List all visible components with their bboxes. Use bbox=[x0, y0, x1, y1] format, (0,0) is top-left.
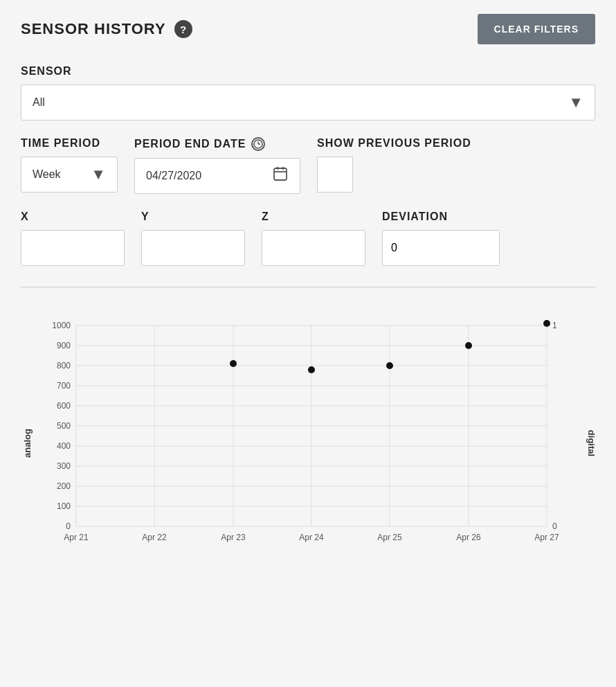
x-label: X bbox=[21, 211, 125, 223]
svg-text:0: 0 bbox=[66, 521, 71, 531]
deviation-input[interactable] bbox=[382, 230, 500, 266]
x-input[interactable] bbox=[21, 230, 125, 266]
clear-filters-button[interactable]: CLEAR FILTERS bbox=[478, 14, 595, 44]
svg-text:Apr 25: Apr 25 bbox=[377, 533, 402, 542]
deviation-label: DEVIATION bbox=[382, 211, 500, 223]
svg-rect-3 bbox=[274, 168, 287, 180]
svg-text:Apr 21: Apr 21 bbox=[64, 533, 89, 542]
show-previous-checkbox[interactable] bbox=[317, 157, 353, 193]
sensor-select[interactable]: All ▼ bbox=[21, 84, 595, 121]
svg-text:800: 800 bbox=[57, 361, 71, 371]
svg-text:1: 1 bbox=[552, 321, 557, 330]
z-input[interactable] bbox=[262, 230, 365, 266]
period-end-label-text: PERIOD END DATE bbox=[134, 138, 246, 150]
data-point-apr26 bbox=[465, 342, 472, 349]
show-previous-period-group: SHOW PREVIOUS PERIOD bbox=[317, 137, 471, 193]
svg-text:Apr 22: Apr 22 bbox=[142, 533, 167, 542]
period-end-label-row: PERIOD END DATE bbox=[134, 137, 300, 151]
time-period-group: TIME PERIOD Week ▼ bbox=[21, 137, 118, 193]
svg-text:analog: analog bbox=[22, 429, 33, 458]
data-point-apr24 bbox=[308, 366, 315, 373]
svg-text:400: 400 bbox=[57, 441, 71, 451]
page-header: SENSOR HISTORY ? CLEAR FILTERS bbox=[21, 14, 595, 44]
svg-text:1000: 1000 bbox=[52, 321, 71, 330]
time-period-label: TIME PERIOD bbox=[21, 137, 118, 150]
date-value: 04/27/2020 bbox=[146, 170, 264, 182]
svg-text:Apr 27: Apr 27 bbox=[534, 533, 559, 542]
svg-text:Apr 26: Apr 26 bbox=[456, 533, 481, 542]
svg-text:700: 700 bbox=[57, 381, 71, 391]
svg-text:500: 500 bbox=[57, 421, 71, 431]
time-period-select[interactable]: Week ▼ bbox=[21, 157, 118, 193]
data-point-apr25 bbox=[386, 362, 393, 369]
calendar-icon bbox=[272, 166, 289, 186]
clock-icon bbox=[251, 137, 265, 151]
svg-text:digital: digital bbox=[586, 430, 595, 456]
z-group: Z bbox=[262, 211, 365, 266]
y-group: Y bbox=[141, 211, 245, 266]
page-title: SENSOR HISTORY bbox=[21, 20, 166, 38]
y-input[interactable] bbox=[141, 230, 245, 266]
help-icon[interactable]: ? bbox=[174, 20, 192, 38]
y-label: Y bbox=[141, 211, 245, 223]
sensor-select-value: All bbox=[33, 96, 568, 109]
data-point-apr23 bbox=[230, 360, 237, 367]
sensor-label: SENSOR bbox=[21, 65, 595, 78]
deviation-group: DEVIATION bbox=[382, 211, 500, 266]
svg-text:Apr 24: Apr 24 bbox=[299, 533, 324, 542]
svg-text:100: 100 bbox=[57, 501, 71, 511]
svg-text:300: 300 bbox=[57, 461, 71, 471]
svg-text:900: 900 bbox=[57, 341, 71, 350]
svg-text:200: 200 bbox=[57, 481, 71, 491]
show-prev-label: SHOW PREVIOUS PERIOD bbox=[317, 137, 471, 150]
chart-svg: analog digital 0 100 200 300 400 500 600… bbox=[21, 308, 595, 564]
date-input[interactable]: 04/27/2020 bbox=[134, 158, 300, 194]
time-period-arrow: ▼ bbox=[91, 166, 106, 184]
time-period-value: Week bbox=[33, 168, 85, 181]
header-left: SENSOR HISTORY ? bbox=[21, 20, 192, 38]
z-label: Z bbox=[262, 211, 365, 223]
sensor-dropdown-arrow: ▼ bbox=[568, 93, 583, 111]
svg-text:600: 600 bbox=[57, 401, 71, 411]
x-group: X bbox=[21, 211, 125, 266]
sensor-section: SENSOR All ▼ bbox=[21, 65, 595, 121]
filters-row: TIME PERIOD Week ▼ PERIOD END DATE 04/27… bbox=[21, 137, 595, 194]
svg-text:Apr 23: Apr 23 bbox=[221, 533, 246, 542]
data-point-apr27 bbox=[543, 320, 550, 327]
period-end-date-group: PERIOD END DATE 04/27/2020 bbox=[134, 137, 300, 194]
chart-container: analog digital 0 100 200 300 400 500 600… bbox=[21, 308, 595, 564]
xyz-row: X Y Z DEVIATION bbox=[21, 211, 595, 266]
divider bbox=[21, 287, 595, 287]
svg-text:0: 0 bbox=[552, 521, 557, 531]
